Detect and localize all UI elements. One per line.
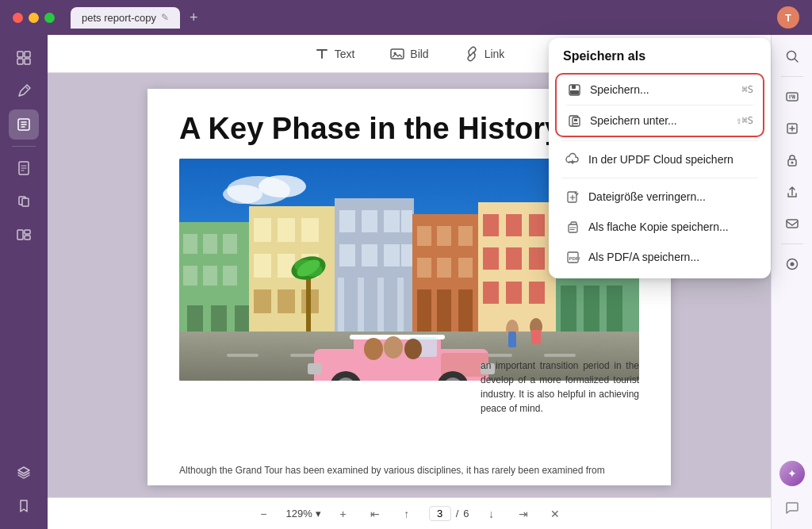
svg-rect-8 (17, 230, 23, 240)
svg-rect-7 (22, 198, 29, 206)
svg-rect-49 (358, 278, 364, 333)
save-menu-item[interactable]: Speichern... ⌘S (557, 75, 763, 105)
search-icon-btn[interactable] (779, 43, 806, 70)
lock-icon-btn[interactable] (779, 147, 806, 174)
svg-rect-63 (483, 214, 499, 236)
chat-icon-btn[interactable] (779, 494, 806, 521)
tab-edit-icon[interactable]: ✎ (161, 12, 169, 23)
zoom-out-button[interactable]: − (254, 504, 273, 523)
bottom-bar: − 129% ▾ + ⇤ ↑ / 6 ↓ ⇥ ✕ (48, 497, 771, 529)
close-button[interactable]: ✕ (546, 504, 565, 523)
maximize-window-button[interactable] (44, 13, 55, 23)
titlebar: pets report-copy ✎ + T (0, 0, 812, 35)
svg-point-109 (404, 339, 422, 359)
link-tool-button[interactable]: Link (456, 41, 513, 67)
zoom-dropdown-icon: ▾ (316, 508, 321, 519)
svg-rect-12 (321, 49, 323, 59)
svg-rect-28 (235, 305, 251, 333)
sidebar-item-bookmark[interactable] (9, 491, 39, 521)
sidebar-item-thumbnail[interactable] (9, 43, 39, 73)
nav-prev-button[interactable]: ↑ (397, 504, 416, 523)
tab-title: pets report-copy (82, 12, 156, 24)
svg-rect-2 (17, 59, 23, 64)
svg-rect-36 (254, 289, 271, 313)
save-as-menu-item[interactable]: Speichern unter... ⇧⌘S (557, 105, 763, 136)
user-avatar[interactable]: T (777, 6, 799, 29)
svg-rect-60 (437, 289, 451, 333)
page-display: / 6 (429, 506, 469, 521)
svg-rect-124 (570, 90, 579, 94)
page-number-input[interactable] (429, 506, 451, 521)
sidebar-item-pages[interactable] (9, 153, 39, 183)
share-icon-btn[interactable] (779, 178, 806, 205)
reduce-size-menu-item[interactable]: Dateigröße verringern... (555, 182, 764, 212)
right-divider-1 (781, 76, 803, 77)
flat-copy-icon (565, 219, 580, 235)
nav-first-button[interactable]: ⇤ (366, 504, 385, 523)
traffic-lights (13, 13, 55, 23)
svg-rect-100 (308, 363, 322, 374)
pdfa-menu-item[interactable]: PDF/A Als PDF/A speichern... (555, 242, 764, 272)
svg-rect-53 (417, 226, 431, 246)
zoom-in-button[interactable]: + (334, 504, 353, 523)
zoom-value: 129% (285, 508, 312, 519)
sidebar-item-organize[interactable] (9, 220, 39, 250)
sidebar-divider-1 (12, 146, 36, 147)
svg-rect-80 (561, 286, 576, 333)
ocr-icon-btn[interactable] (779, 83, 806, 110)
svg-rect-48 (338, 278, 344, 333)
svg-rect-37 (278, 289, 295, 313)
svg-point-121 (790, 263, 794, 266)
text-tool-label: Text (335, 48, 355, 60)
svg-rect-67 (506, 247, 522, 270)
dropdown-title: Speichern als (555, 44, 764, 71)
svg-rect-69 (483, 282, 499, 304)
svg-rect-26 (187, 305, 203, 333)
link-tool-label: Link (485, 48, 505, 60)
flat-copy-menu-item[interactable]: Als flache Kopie speichern... (555, 212, 764, 242)
svg-rect-88 (227, 354, 259, 357)
sidebar-item-annotation[interactable] (9, 76, 39, 106)
sidebar-item-edit[interactable] (9, 109, 39, 140)
svg-rect-45 (362, 244, 377, 266)
nav-next-button[interactable]: ↓ (482, 504, 501, 523)
minimize-window-button[interactable] (29, 13, 39, 23)
sidebar-item-export[interactable] (9, 186, 39, 217)
add-tab-button[interactable]: + (190, 10, 198, 26)
zoom-display[interactable]: 129% ▾ (285, 508, 320, 519)
cloud-save-menu-item[interactable]: In der UPDF Cloud speichern (555, 144, 764, 174)
svg-rect-44 (339, 244, 355, 266)
nav-last-button[interactable]: ⇥ (514, 504, 533, 523)
save-as-label: Speichern unter... (590, 114, 728, 127)
text-tool-button[interactable]: Text (306, 41, 363, 67)
svg-rect-3 (25, 59, 30, 64)
svg-rect-30 (254, 218, 271, 242)
svg-rect-20 (183, 234, 197, 254)
svg-rect-71 (529, 282, 545, 304)
save-as-shortcut: ⇧⌘S (736, 115, 753, 126)
svg-rect-21 (203, 234, 217, 254)
svg-rect-111 (508, 332, 516, 347)
save-status-icon-btn[interactable] (779, 251, 806, 278)
svg-point-17 (259, 175, 306, 197)
svg-rect-23 (183, 266, 197, 286)
svg-rect-64 (506, 214, 522, 236)
link-tool-icon (464, 46, 480, 62)
cloud-icon (565, 151, 580, 167)
dropdown-divider-1 (561, 140, 758, 141)
image-tool-button[interactable]: Bild (381, 41, 436, 67)
active-tab[interactable]: pets report-copy ✎ (71, 7, 180, 29)
svg-rect-119 (787, 220, 798, 228)
sidebar-item-layers[interactable] (9, 458, 39, 488)
svg-rect-55 (458, 226, 473, 246)
ai-assistant-button[interactable]: ✦ (779, 461, 805, 486)
compress-icon-btn[interactable] (779, 115, 806, 142)
svg-rect-31 (278, 218, 295, 242)
close-window-button[interactable] (13, 13, 23, 23)
svg-point-118 (791, 162, 793, 164)
svg-rect-33 (254, 254, 271, 278)
svg-rect-127 (574, 119, 577, 121)
svg-rect-43 (401, 210, 412, 232)
svg-point-108 (384, 336, 403, 358)
mail-icon-btn[interactable] (779, 210, 806, 237)
